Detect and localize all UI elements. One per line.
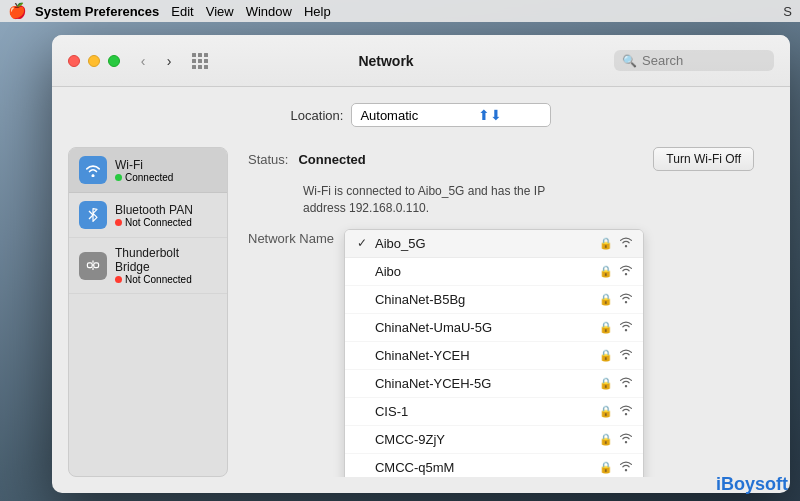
network-item-name: ChinaNet-YCEH	[375, 348, 593, 363]
sidebar-item-bluetooth[interactable]: Bluetooth PAN Not Connected	[69, 193, 227, 238]
menubar-edit[interactable]: Edit	[171, 4, 193, 19]
wifi-icon	[79, 156, 107, 184]
thunderbolt-item-text: Thunderbolt Bridge Not Connected	[115, 246, 217, 285]
titlebar: ‹ › Network 🔍	[52, 35, 790, 87]
dropdown-container: ✓Aibo_5G🔒 Aibo🔒 ChinaNet-B5Bg🔒 ChinaNet-…	[344, 229, 754, 477]
location-select[interactable]: Automatic ⬆⬇	[351, 103, 551, 127]
bluetooth-item-text: Bluetooth PAN Not Connected	[115, 203, 193, 228]
dropdown-item[interactable]: ChinaNet-B5Bg🔒	[345, 286, 643, 314]
wifi-name: Wi-Fi	[115, 158, 173, 172]
bluetooth-status: Not Connected	[115, 217, 193, 228]
status-value: Connected	[298, 152, 365, 167]
lock-icon: 🔒	[599, 237, 613, 250]
network-name-label: Network Name	[248, 231, 334, 246]
chevron-icon: ⬆⬇	[478, 107, 502, 123]
right-panel: Status: Connected Turn Wi-Fi Off Wi-Fi i…	[228, 147, 774, 477]
watermark: iBoysoft	[716, 474, 788, 495]
network-item-name: ChinaNet-YCEH-5G	[375, 376, 593, 391]
lock-icon: 🔒	[599, 461, 613, 474]
svg-rect-1	[94, 262, 99, 267]
system-preferences-window: ‹ › Network 🔍 Location: Automatic ⬆⬇	[52, 35, 790, 493]
wifi-item-text: Wi-Fi Connected	[115, 158, 173, 183]
search-box[interactable]: 🔍	[614, 50, 774, 71]
wifi-signal-icon	[619, 292, 633, 306]
network-item-name: Aibo_5G	[375, 236, 593, 251]
wifi-signal-icon	[619, 264, 633, 278]
lock-icon: 🔒	[599, 433, 613, 446]
search-icon: 🔍	[622, 54, 637, 68]
thunderbolt-icon	[79, 252, 107, 280]
lock-icon: 🔒	[599, 349, 613, 362]
location-label: Location:	[291, 108, 344, 123]
minimize-button[interactable]	[88, 55, 100, 67]
lock-icon: 🔒	[599, 293, 613, 306]
sidebar-item-wifi[interactable]: Wi-Fi Connected	[69, 148, 227, 193]
network-item-name: ChinaNet-B5Bg	[375, 292, 593, 307]
lock-icon: 🔒	[599, 377, 613, 390]
wifi-signal-icon	[619, 432, 633, 446]
status-label: Status:	[248, 152, 288, 167]
wifi-signal-icon	[619, 376, 633, 390]
status-row: Status: Connected Turn Wi-Fi Off	[248, 147, 754, 171]
thunderbolt-status-text: Not Connected	[125, 274, 192, 285]
wifi-signal-icon	[619, 404, 633, 418]
window-body: Location: Automatic ⬆⬇	[52, 87, 790, 493]
network-item-name: Aibo	[375, 264, 593, 279]
wifi-status: Connected	[115, 172, 173, 183]
wifi-signal-icon	[619, 460, 633, 474]
dropdown-item[interactable]: ChinaNet-YCEH🔒	[345, 342, 643, 370]
menubar: 🍎 System Preferences Edit View Window He…	[0, 0, 800, 22]
bluetooth-status-text: Not Connected	[125, 217, 192, 228]
lock-icon: 🔒	[599, 265, 613, 278]
thunderbolt-name: Thunderbolt Bridge	[115, 246, 217, 274]
dropdown-item[interactable]: ✓Aibo_5G🔒	[345, 230, 643, 258]
network-name-row: Network Name ✓Aibo_5G🔒 Aibo🔒 ChinaNet-B5…	[248, 229, 754, 477]
menubar-help[interactable]: Help	[304, 4, 331, 19]
wifi-status-dot	[115, 174, 122, 181]
thunderbolt-status: Not Connected	[115, 274, 217, 285]
lock-icon: 🔒	[599, 405, 613, 418]
search-input[interactable]	[642, 53, 766, 68]
close-button[interactable]	[68, 55, 80, 67]
bluetooth-name: Bluetooth PAN	[115, 203, 193, 217]
menubar-window[interactable]: Window	[246, 4, 292, 19]
network-item-name: ChinaNet-UmaU-5G	[375, 320, 593, 335]
wifi-signal-icon	[619, 236, 633, 250]
network-item-name: CIS-1	[375, 404, 593, 419]
wifi-status-text: Connected	[125, 172, 173, 183]
dropdown-item[interactable]: ChinaNet-UmaU-5G🔒	[345, 314, 643, 342]
dropdown-item[interactable]: ChinaNet-YCEH-5G🔒	[345, 370, 643, 398]
dropdown-item[interactable]: CIS-1🔒	[345, 398, 643, 426]
network-item-name: CMCC-q5mM	[375, 460, 593, 475]
back-button[interactable]: ‹	[132, 50, 154, 72]
main-content: Wi-Fi Connected	[68, 147, 774, 477]
bluetooth-status-dot	[115, 219, 122, 226]
lock-icon: 🔒	[599, 321, 613, 334]
dropdown-item[interactable]: Aibo🔒	[345, 258, 643, 286]
wifi-signal-icon	[619, 320, 633, 334]
network-item-name: CMCC-9ZjY	[375, 432, 593, 447]
traffic-lights	[68, 55, 120, 67]
dropdown-item[interactable]: CMCC-q5mM🔒	[345, 454, 643, 477]
turn-wifi-off-button[interactable]: Turn Wi-Fi Off	[653, 147, 754, 171]
dropdown-item[interactable]: CMCC-9ZjY🔒	[345, 426, 643, 454]
menubar-view[interactable]: View	[206, 4, 234, 19]
sidebar: Wi-Fi Connected	[68, 147, 228, 477]
checkmark-icon: ✓	[355, 236, 369, 250]
bluetooth-icon	[79, 201, 107, 229]
connection-description: Wi-Fi is connected to Aibo_5G and has th…	[303, 183, 583, 217]
network-dropdown[interactable]: ✓Aibo_5G🔒 Aibo🔒 ChinaNet-B5Bg🔒 ChinaNet-…	[344, 229, 644, 477]
window-title: Network	[158, 53, 614, 69]
apple-menu[interactable]: 🍎	[8, 2, 27, 20]
menubar-right-item: S	[783, 4, 792, 19]
menubar-app-name[interactable]: System Preferences	[35, 4, 159, 19]
svg-rect-0	[87, 262, 92, 267]
thunderbolt-status-dot	[115, 276, 122, 283]
location-row: Location: Automatic ⬆⬇	[68, 103, 774, 127]
fullscreen-button[interactable]	[108, 55, 120, 67]
sidebar-item-thunderbolt[interactable]: Thunderbolt Bridge Not Connected	[69, 238, 227, 294]
location-value: Automatic	[360, 108, 418, 123]
wifi-signal-icon	[619, 348, 633, 362]
